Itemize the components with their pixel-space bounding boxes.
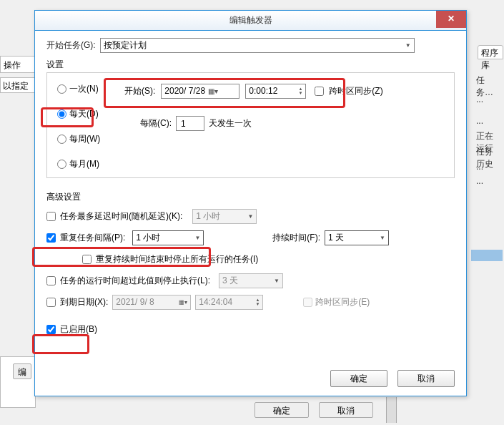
- adv-delay-select: 1 小时 ▼: [192, 209, 257, 224]
- schedule-monthly-label: 每月(M): [69, 158, 99, 170]
- adv-expire-checkbox[interactable]: [46, 298, 56, 307]
- schedule-once-radio[interactable]: [57, 84, 66, 94]
- advanced-label: 高级设置: [46, 191, 455, 203]
- daily-every-label: 每隔(C):: [140, 117, 172, 130]
- start-row: 开始(S): 2020/ 7/28 ▦▾ 0:00:12 ▲▼ 跨时区同步(Z): [117, 77, 436, 104]
- adv-expire-sync-label: 跨时区同步(E): [315, 296, 370, 308]
- adv-stop-after-select: 3 天 ▼: [219, 273, 283, 288]
- begin-task-label: 开始任务(G):: [46, 39, 96, 52]
- begin-task-value: 按预定计划: [104, 39, 147, 52]
- adv-expire-time-input: 14:24:04 ▲▼: [195, 295, 263, 310]
- adv-delay-label: 任务最多延迟时间(随机延迟)(K):: [60, 210, 182, 223]
- sync-tz-label: 跨时区同步(Z): [329, 85, 382, 97]
- cancel-button[interactable]: 取消: [397, 370, 455, 387]
- adv-expire-date-input: 2021/ 9/ 8 ▦▾: [112, 295, 191, 310]
- chevron-down-icon: ▼: [274, 278, 280, 284]
- schedule-weekly[interactable]: 每周(W): [57, 133, 106, 145]
- dialog-button-row: 确定 取消: [330, 370, 455, 387]
- chevron-down-icon: ▼: [380, 235, 385, 241]
- adv-enabled-checkbox[interactable]: [46, 325, 56, 334]
- bg-hint: 以指定: [0, 77, 36, 93]
- bg-op-tab: 操作: [0, 56, 36, 73]
- chevron-down-icon: ▼: [405, 42, 411, 49]
- daily-suffix: 天发生一次: [209, 117, 252, 130]
- daily-recur-row: 每隔(C): 天发生一次: [140, 116, 252, 131]
- schedule-weekly-radio[interactable]: [57, 135, 66, 144]
- schedule-daily-label: 每天(D): [69, 108, 99, 120]
- bg-row-6: ...: [472, 173, 504, 189]
- adv-repeat-value: 1 小时: [136, 232, 160, 244]
- bg-row-2: ...: [472, 92, 504, 107]
- adv-repeat-label: 重复任务间隔(P):: [60, 232, 125, 244]
- bg-scrollbar[interactable]: [386, 397, 397, 423]
- adv-duration-select[interactable]: 1 天 ▼: [325, 230, 389, 245]
- adv-stop-after-label: 任务的运行时间超过此值则停止执行(L):: [60, 275, 210, 287]
- start-date-value: 2020/ 7/28: [164, 86, 205, 96]
- adv-stop-after-value: 3 天: [222, 275, 238, 287]
- begin-task-select[interactable]: 按预定计划 ▼: [100, 38, 415, 53]
- spinner-icon: ▲▼: [255, 298, 260, 306]
- sync-tz-checkbox[interactable]: [315, 87, 324, 96]
- bg-outer-cancel-button[interactable]: 取消: [319, 402, 373, 418]
- adv-duration-value: 1 天: [328, 232, 344, 244]
- bg-row-5: ...: [472, 159, 504, 175]
- schedule-daily-radio[interactable]: [57, 109, 66, 119]
- adv-delay-value: 1 小时: [196, 210, 220, 223]
- adv-expire-row: 到期日期(X): 2021/ 9/ 8 ▦▾ 14:24:04 ▲▼ 跨时区同步…: [46, 293, 455, 311]
- adv-expire-label: 到期日期(X):: [60, 296, 108, 308]
- bg-edit-button[interactable]: 编: [13, 363, 31, 379]
- close-icon: ✕: [448, 14, 455, 24]
- calendar-icon: ▦▾: [179, 299, 187, 306]
- schedule-once[interactable]: 一次(N): [57, 83, 106, 95]
- adv-enabled-label: 已启用(B): [60, 323, 97, 336]
- titlebar: 编辑触发器 ✕: [35, 11, 466, 31]
- sync-tz-option[interactable]: 跨时区同步(Z): [312, 84, 382, 98]
- settings-box: 一次(N) 每天(D) 每周(W) 每月(M) 开始(S): 2: [46, 72, 455, 178]
- start-time-input[interactable]: 0:00:12 ▲▼: [245, 84, 306, 99]
- daily-interval-input[interactable]: [176, 116, 204, 131]
- settings-label: 设置: [46, 59, 455, 71]
- schedule-monthly-radio[interactable]: [57, 160, 66, 169]
- adv-stop-after-row: 任务的运行时间超过此值则停止执行(L): 3 天 ▼: [46, 272, 455, 289]
- adv-stop-all-label: 重复持续时间结束时停止所有运行的任务(I): [96, 253, 258, 265]
- schedule-daily[interactable]: 每天(D): [57, 108, 106, 120]
- calendar-icon: ▦▾: [208, 87, 218, 95]
- adv-expire-time-value: 14:24:04: [199, 297, 232, 307]
- schedule-radio-group: 一次(N) 每天(D) 每周(W) 每月(M): [47, 73, 112, 177]
- adv-duration-label: 持续时间(F):: [272, 232, 320, 244]
- bg-row-2b: ...: [472, 113, 504, 129]
- start-label: 开始(S):: [124, 85, 155, 97]
- adv-expire-sync-option: 跨时区同步(E): [303, 296, 370, 308]
- chevron-down-icon: ▼: [247, 213, 253, 220]
- adv-stop-all-checkbox[interactable]: [82, 255, 92, 264]
- close-button[interactable]: ✕: [436, 11, 466, 28]
- start-time-value: 0:00:12: [249, 86, 277, 96]
- schedule-monthly[interactable]: 每月(M): [57, 158, 106, 170]
- adv-delay-row: 任务最多延迟时间(随机延迟)(K): 1 小时 ▼: [46, 207, 455, 225]
- start-date-input[interactable]: 2020/ 7/28 ▦▾: [161, 84, 239, 99]
- bg-selection: [471, 250, 503, 261]
- spinner-icon[interactable]: ▲▼: [298, 87, 302, 95]
- adv-stop-all-row: 重复持续时间结束时停止所有运行的任务(I): [82, 250, 455, 268]
- schedule-weekly-label: 每周(W): [69, 133, 100, 145]
- adv-stop-after-checkbox[interactable]: [46, 276, 56, 285]
- ok-button[interactable]: 确定: [330, 370, 387, 387]
- bg-outer-ok-button[interactable]: 确定: [255, 402, 309, 418]
- chevron-down-icon: ▼: [194, 235, 200, 241]
- adv-repeat-row: 重复任务间隔(P): 1 小时 ▼ 持续时间(F): 1 天 ▼: [46, 229, 455, 246]
- dialog-title: 编辑触发器: [229, 14, 272, 26]
- adv-repeat-checkbox[interactable]: [46, 233, 56, 243]
- edit-trigger-dialog: 编辑触发器 ✕ 开始任务(G): 按预定计划 ▼ 设置 一次(N) 每天(D): [34, 10, 467, 396]
- adv-expire-date-value: 2021/ 9/ 8: [116, 297, 154, 307]
- adv-enabled-row: 已启用(B): [46, 321, 455, 338]
- schedule-once-label: 一次(N): [69, 83, 99, 95]
- adv-delay-checkbox[interactable]: [46, 212, 56, 221]
- bg-tab: 程序库: [478, 45, 503, 59]
- adv-expire-sync-checkbox: [303, 298, 312, 307]
- adv-repeat-select[interactable]: 1 小时 ▼: [132, 230, 204, 245]
